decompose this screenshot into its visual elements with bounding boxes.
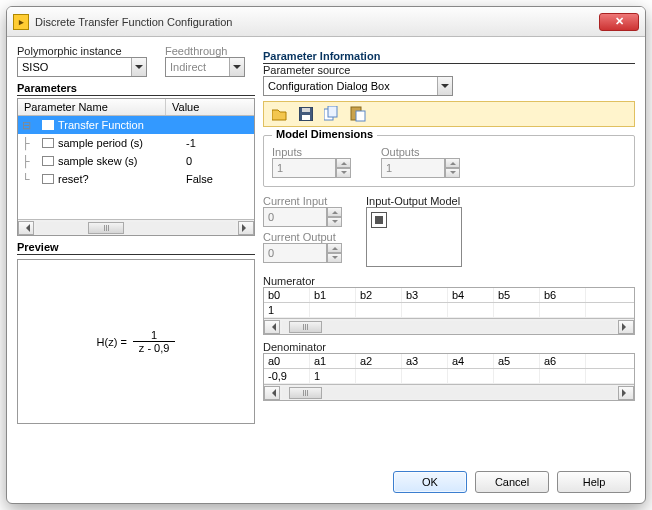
inputs-field[interactable] <box>272 158 336 178</box>
spin-up-icon[interactable] <box>336 158 351 168</box>
den-col[interactable]: a3 <box>402 354 448 368</box>
spin-up-icon[interactable] <box>327 243 342 253</box>
num-col[interactable]: b6 <box>540 288 586 302</box>
scroll-right-icon[interactable] <box>618 320 634 334</box>
spin-down-icon[interactable] <box>327 217 342 227</box>
num-cell[interactable]: 1 <box>264 303 310 317</box>
num-cell[interactable] <box>402 303 448 317</box>
outputs-field[interactable] <box>381 158 445 178</box>
parameter-source-combo[interactable]: Configuration Dialog Box <box>263 76 453 96</box>
scroll-thumb[interactable] <box>289 321 322 333</box>
param-row-transfer-function[interactable]: ⊟ Transfer Function <box>18 116 254 134</box>
scroll-right-icon[interactable] <box>618 386 634 400</box>
param-name: sample period (s) <box>58 137 182 149</box>
outputs-spinner[interactable] <box>381 158 460 178</box>
numerator-table[interactable]: b0 b1 b2 b3 b4 b5 b6 1 <box>263 287 635 335</box>
num-cell[interactable] <box>310 303 356 317</box>
feedthrough-value: Indirect <box>170 61 206 73</box>
spin-down-icon[interactable] <box>327 253 342 263</box>
svg-rect-3 <box>302 108 310 112</box>
den-cell[interactable] <box>448 369 494 383</box>
den-cell[interactable] <box>540 369 586 383</box>
ok-button[interactable]: OK <box>393 471 467 493</box>
denominator-row: -0,9 1 <box>264 369 634 384</box>
paste-icon[interactable] <box>350 106 366 122</box>
save-icon[interactable] <box>298 106 314 122</box>
num-cell[interactable] <box>494 303 540 317</box>
help-button[interactable]: Help <box>557 471 631 493</box>
num-col[interactable]: b0 <box>264 288 310 302</box>
close-button[interactable]: ✕ <box>599 13 639 31</box>
spin-up-icon[interactable] <box>327 207 342 217</box>
current-input-spinner[interactable] <box>263 207 342 227</box>
den-col[interactable]: a6 <box>540 354 586 368</box>
dialog-footer: OK Cancel Help <box>7 461 645 503</box>
num-col[interactable]: b5 <box>494 288 540 302</box>
param-row-sample-period[interactable]: ├ sample period (s) -1 <box>18 134 254 152</box>
app-icon: ▸ <box>13 14 29 30</box>
io-model-cell[interactable] <box>371 212 387 228</box>
scroll-left-icon[interactable] <box>18 221 34 235</box>
param-row-sample-skew[interactable]: ├ sample skew (s) 0 <box>18 152 254 170</box>
scroll-right-icon[interactable] <box>238 221 254 235</box>
den-cell[interactable] <box>402 369 448 383</box>
current-output-spinner[interactable] <box>263 243 342 263</box>
feedthrough-label: Feedthrough <box>165 45 255 57</box>
den-col[interactable]: a2 <box>356 354 402 368</box>
scroll-track[interactable] <box>36 222 236 234</box>
scroll-thumb[interactable] <box>289 387 322 399</box>
io-model-grid[interactable] <box>366 207 462 267</box>
svg-rect-5 <box>328 106 337 117</box>
parameter-source-label: Parameter source <box>263 64 635 76</box>
scroll-track[interactable] <box>282 387 616 399</box>
titlebar: ▸ Discrete Transfer Function Configurati… <box>7 7 645 37</box>
open-icon[interactable] <box>272 106 288 122</box>
den-cell[interactable] <box>356 369 402 383</box>
num-col[interactable]: b4 <box>448 288 494 302</box>
numerator-hscroll[interactable] <box>264 318 634 334</box>
formula-fraction: 1 z - 0,9 <box>133 329 176 354</box>
den-cell[interactable]: -0,9 <box>264 369 310 383</box>
parameters-hscroll[interactable] <box>18 219 254 235</box>
param-row-reset[interactable]: └ reset? False <box>18 170 254 188</box>
scroll-left-icon[interactable] <box>264 320 280 334</box>
polymorphic-combo[interactable]: SISO <box>17 57 147 77</box>
current-output-field[interactable] <box>263 243 327 263</box>
col-value[interactable]: Value <box>166 99 254 115</box>
inputs-label: Inputs <box>272 146 351 158</box>
num-cell[interactable] <box>540 303 586 317</box>
denominator-hscroll[interactable] <box>264 384 634 400</box>
model-dimensions-group: Model Dimensions Inputs Outputs <box>263 135 635 187</box>
den-col[interactable]: a1 <box>310 354 356 368</box>
param-value: 0 <box>182 155 254 167</box>
den-col[interactable]: a4 <box>448 354 494 368</box>
den-cell[interactable] <box>494 369 540 383</box>
den-cell[interactable]: 1 <box>310 369 356 383</box>
current-input-field[interactable] <box>263 207 327 227</box>
col-parameter-name[interactable]: Parameter Name <box>18 99 166 115</box>
inputs-spinner[interactable] <box>272 158 351 178</box>
denominator-label: Denominator <box>263 341 635 353</box>
num-col[interactable]: b1 <box>310 288 356 302</box>
copy-icon[interactable] <box>324 106 340 122</box>
parameters-table: Parameter Name Value ⊟ Transfer Function… <box>17 98 255 236</box>
num-cell[interactable] <box>356 303 402 317</box>
num-col[interactable]: b3 <box>402 288 448 302</box>
denominator-table[interactable]: a0 a1 a2 a3 a4 a5 a6 -0,9 1 <box>263 353 635 401</box>
help-label: Help <box>583 476 606 488</box>
spin-up-icon[interactable] <box>445 158 460 168</box>
spin-down-icon[interactable] <box>445 168 460 178</box>
scroll-track[interactable] <box>282 321 616 333</box>
scroll-thumb[interactable] <box>88 222 124 234</box>
num-cell[interactable] <box>448 303 494 317</box>
scroll-left-icon[interactable] <box>264 386 280 400</box>
den-col[interactable]: a0 <box>264 354 310 368</box>
numerator-row: 1 <box>264 303 634 318</box>
num-col[interactable]: b2 <box>356 288 402 302</box>
svg-rect-7 <box>356 111 365 121</box>
preview-title: Preview <box>17 241 255 255</box>
feedthrough-combo[interactable]: Indirect <box>165 57 245 77</box>
den-col[interactable]: a5 <box>494 354 540 368</box>
spin-down-icon[interactable] <box>336 168 351 178</box>
cancel-button[interactable]: Cancel <box>475 471 549 493</box>
